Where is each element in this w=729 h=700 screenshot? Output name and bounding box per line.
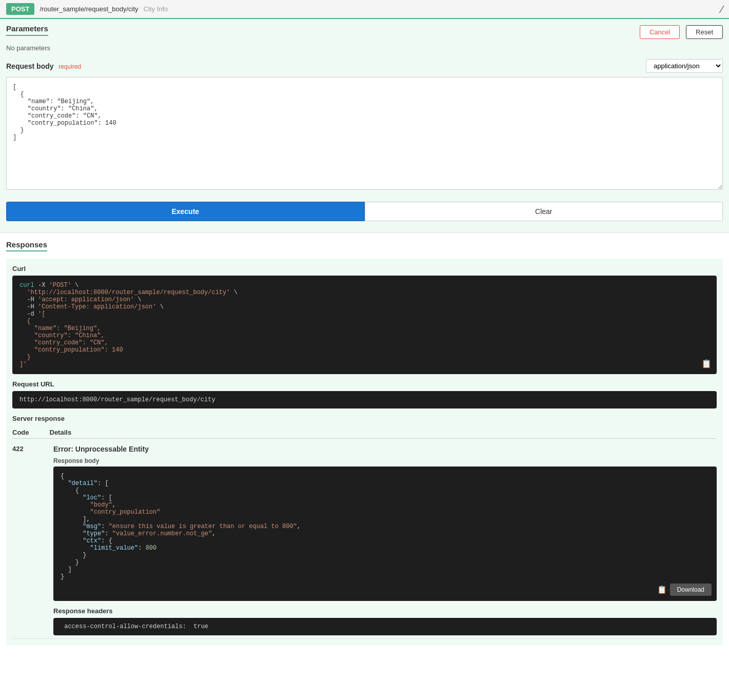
responses-content: Curl curl -X 'POST' \ 'http://localhost:…: [6, 259, 723, 645]
details-column-header: Details: [50, 429, 72, 436]
method-badge: POST: [6, 3, 34, 15]
response-headers-label: Response headers: [53, 607, 717, 615]
response-code: 422: [12, 445, 53, 453]
parameters-title: Parameters: [6, 24, 48, 36]
curl-label: Curl: [12, 265, 717, 273]
server-response-label: Server response: [12, 415, 717, 422]
request-body-label: Request body: [6, 62, 54, 70]
content-type-select[interactable]: application/json: [646, 59, 723, 73]
request-url-label: Request URL: [12, 380, 717, 388]
curl-copy-icon[interactable]: 📋: [701, 359, 712, 369]
response-table-header: Code Details: [12, 426, 717, 439]
response-headers-block: access-control-allow-credentials: true: [53, 618, 717, 635]
clear-button[interactable]: Clear: [365, 202, 723, 221]
responses-section: Responses Curl curl -X 'POST' \ 'http://…: [0, 232, 729, 645]
response-body-block: { "detail": [ { "loc": [ "body", "contry…: [53, 466, 717, 601]
responses-title: Responses: [6, 240, 47, 251]
code-column-header: Code: [12, 429, 29, 436]
collapse-button[interactable]: ∕: [721, 4, 723, 14]
curl-block: curl -X 'POST' \ 'http://localhost:8000/…: [12, 276, 717, 374]
request-body-section: Request body required application/json […: [6, 54, 723, 195]
route-description: City Info: [144, 5, 168, 13]
response-row: 422 Error: Unprocessable Entity Response…: [12, 442, 717, 639]
main-content: Parameters Cancel Reset No parameters Re…: [0, 19, 729, 232]
route-path: /router_sample/request_body/city: [40, 5, 138, 13]
download-button[interactable]: Download: [670, 584, 712, 596]
request-body-label-group: Request body required: [6, 62, 81, 70]
response-body-label: Response body: [53, 457, 717, 464]
download-area: 📋 Download: [657, 584, 712, 596]
header-buttons: Cancel Reset: [640, 25, 723, 39]
response-copy-icon[interactable]: 📋: [657, 585, 667, 595]
request-body-header: Request body required application/json: [6, 59, 723, 73]
cancel-button[interactable]: Cancel: [640, 25, 680, 39]
response-details: Error: Unprocessable Entity Response bod…: [53, 445, 717, 635]
required-badge: required: [58, 63, 81, 70]
top-bar: POST /router_sample/request_body/city Ci…: [0, 0, 729, 19]
execute-button[interactable]: Execute: [6, 202, 365, 221]
json-editor[interactable]: [ { "name": "Beijing", "country": "China…: [6, 77, 723, 190]
no-parameters-text: No parameters: [6, 42, 723, 54]
action-buttons: Execute Clear: [6, 202, 723, 221]
parameters-header: Parameters Cancel Reset: [6, 19, 723, 42]
reset-button[interactable]: Reset: [686, 25, 723, 39]
request-url-block: http://localhost:8000/router_sample/requ…: [12, 391, 717, 409]
error-title: Error: Unprocessable Entity: [53, 445, 717, 453]
